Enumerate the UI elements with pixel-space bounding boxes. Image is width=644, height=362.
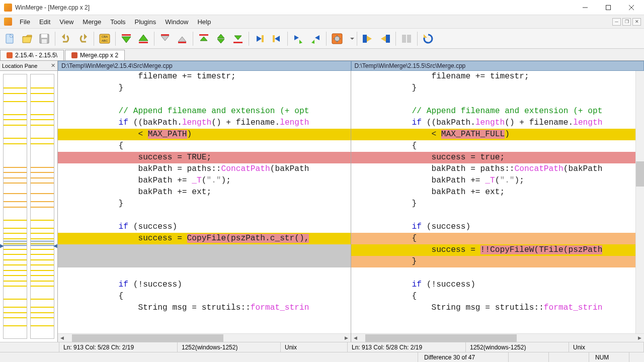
- tab-label: Merge.cpp x 2: [80, 52, 118, 59]
- svg-rect-13: [233, 42, 243, 43]
- auto-merge-button[interactable]: [398, 31, 415, 47]
- num-lock: NUM: [589, 352, 629, 362]
- new-button[interactable]: [2, 31, 18, 47]
- menu-help[interactable]: Help: [193, 16, 215, 28]
- svg-rect-18: [363, 35, 367, 43]
- menu-merge[interactable]: Merge: [78, 16, 106, 28]
- child-minimize-button[interactable]: ─: [612, 18, 621, 26]
- child-restore-button[interactable]: ❐: [622, 18, 631, 26]
- menu-edit[interactable]: Edit: [35, 16, 55, 28]
- diff-position: Difference 30 of 47: [418, 352, 508, 362]
- document-tabs: 2.15.4\ - 2.15.5\Merge.cpp x 2: [0, 49, 644, 61]
- copy-left-button[interactable]: [269, 31, 285, 47]
- svg-rect-3: [41, 34, 47, 38]
- left-eol: Unix: [281, 342, 348, 352]
- svg-rect-0: [606, 5, 611, 10]
- status-bar-pane: Ln: 913 Col: 5/28 Ch: 2/19 1252(windows-…: [0, 342, 644, 352]
- left-hscrollbar[interactable]: ◀▶: [58, 333, 351, 342]
- document-tab[interactable]: Merge.cpp x 2: [65, 50, 125, 60]
- left-encoding: 1252(windows-1252): [178, 342, 281, 352]
- right-cursor-pos: Ln: 913 Col: 5/28 Ch: 2/19: [348, 342, 466, 352]
- svg-rect-19: [386, 35, 390, 43]
- right-eol: Unix: [569, 342, 644, 352]
- prev-diff-skip-button[interactable]: [174, 31, 190, 47]
- doc-icon: [4, 18, 12, 26]
- menubar: FileEditViewMergeToolsPluginsWindowHelp: [15, 16, 215, 28]
- menu-window[interactable]: Window: [160, 16, 193, 28]
- right-code-view[interactable]: filename += timestr; } // Append filenam…: [351, 71, 635, 333]
- svg-rect-4: [42, 39, 47, 43]
- titlebar: WinMerge - [Merge.cpp x 2]: [0, 0, 644, 15]
- svg-rect-14: [262, 35, 264, 42]
- tab-label: 2.15.4\ - 2.15.5\: [15, 52, 57, 59]
- encoding-button[interactable]: CBAABC: [97, 31, 113, 47]
- toolbar: CBAABC: [0, 29, 644, 49]
- copy-left-advance-button[interactable]: [307, 31, 324, 47]
- next-diff-skip-button[interactable]: [157, 31, 173, 47]
- maximize-button[interactable]: [597, 0, 620, 15]
- location-pane-title: Location Pane: [2, 63, 37, 69]
- window-title: WinMerge - [Merge.cpp x 2]: [15, 4, 574, 11]
- vscrollbar[interactable]: [635, 71, 644, 333]
- minimize-button[interactable]: [574, 0, 597, 15]
- copy-right-button[interactable]: [252, 31, 268, 47]
- save-button[interactable]: [36, 31, 52, 47]
- dropdown-icon[interactable]: [350, 33, 354, 45]
- undo-button[interactable]: [58, 31, 74, 47]
- svg-text:CBA: CBA: [102, 35, 108, 38]
- svg-rect-12: [199, 34, 208, 36]
- svg-rect-15: [273, 35, 275, 42]
- tab-icon: [7, 52, 13, 58]
- svg-rect-20: [402, 35, 406, 43]
- svg-rect-10: [161, 34, 169, 36]
- menu-file[interactable]: File: [15, 16, 35, 28]
- svg-text:ABC: ABC: [102, 39, 108, 42]
- first-diff-button[interactable]: [196, 31, 212, 47]
- all-left-button[interactable]: [377, 31, 393, 47]
- status-bar-main: Difference 30 of 47 NUM: [0, 352, 644, 362]
- caps-cell: [548, 352, 589, 362]
- right-encoding: 1252(windows-1252): [466, 342, 569, 352]
- menu-tools[interactable]: Tools: [106, 16, 130, 28]
- svg-rect-1: [6, 34, 13, 43]
- menubar-row: FileEditViewMergeToolsPluginsWindowHelp …: [0, 15, 644, 29]
- menu-plugins[interactable]: Plugins: [130, 16, 161, 28]
- all-right-button[interactable]: [360, 31, 376, 47]
- refresh-button[interactable]: [420, 31, 436, 47]
- svg-rect-9: [139, 42, 148, 43]
- svg-rect-11: [178, 42, 186, 43]
- left-cursor-pos: Ln: 913 Col: 5/28 Ch: 2/19: [59, 342, 178, 352]
- next-diff-button[interactable]: [118, 31, 134, 47]
- child-close-button[interactable]: ✕: [632, 18, 641, 26]
- location-pane-close-button[interactable]: ✕: [51, 62, 55, 69]
- app-icon: [4, 4, 12, 12]
- svg-point-17: [335, 36, 340, 41]
- prev-diff-button[interactable]: [135, 31, 151, 47]
- location-pane: Location Pane ✕ ▶◀: [0, 61, 58, 342]
- grip: [629, 352, 644, 362]
- current-diff-button[interactable]: [213, 31, 229, 47]
- last-diff-button[interactable]: [230, 31, 246, 47]
- right-pane-path: D:\Temp\WinMerge\2.15.5\Src\Merge.cpp: [351, 61, 645, 71]
- options-button[interactable]: [329, 31, 345, 47]
- left-pane-path: D:\Temp\WinMerge\2.15.4\Src\Merge.cpp: [58, 61, 351, 71]
- redo-button[interactable]: [75, 31, 91, 47]
- right-hscrollbar[interactable]: ◀▶: [351, 333, 644, 342]
- copy-right-advance-button[interactable]: [290, 31, 306, 47]
- svg-rect-8: [122, 34, 131, 36]
- svg-rect-21: [407, 35, 411, 43]
- menu-view[interactable]: View: [55, 16, 78, 28]
- close-button[interactable]: [620, 0, 643, 15]
- location-pane-body[interactable]: ▶◀: [0, 71, 57, 342]
- left-code-view[interactable]: filename += timestr; } // Append filenam…: [58, 71, 351, 333]
- merge-mode-cell: [508, 352, 548, 362]
- tab-icon: [71, 52, 77, 58]
- document-tab[interactable]: 2.15.4\ - 2.15.5\: [0, 50, 64, 60]
- open-button[interactable]: [19, 31, 35, 47]
